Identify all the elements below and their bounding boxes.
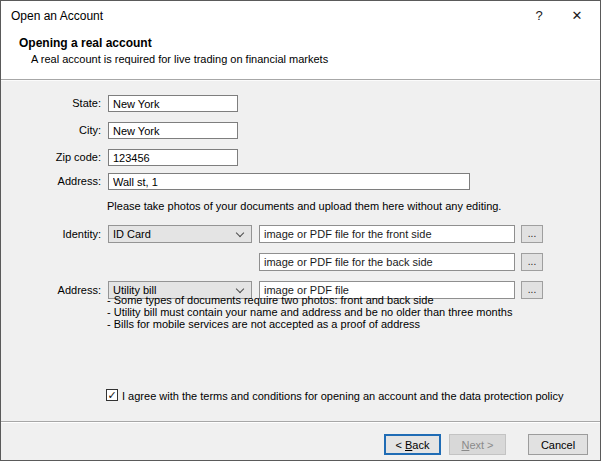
checkbox-check-icon: ✓ — [106, 389, 118, 401]
address-input[interactable] — [108, 173, 470, 190]
agree-checkbox[interactable]: ✓ I agree with the terms and conditions … — [106, 389, 564, 402]
city-input[interactable] — [108, 122, 238, 139]
zip-input[interactable] — [108, 149, 238, 166]
upload-instruction: Please take photos of your documents and… — [107, 200, 501, 212]
chevron-down-icon — [236, 284, 244, 292]
identity-back-file-field[interactable]: image or PDF file for the back side — [259, 253, 515, 271]
address-doc-label: Address: — [1, 284, 101, 296]
zip-label: Zip code: — [1, 151, 101, 163]
open-account-dialog: Open an Account ? ✕ Opening a real accou… — [0, 0, 601, 461]
chevron-down-icon — [236, 228, 244, 236]
city-label: City: — [1, 124, 101, 136]
page-subtitle: A real account is required for live trad… — [31, 53, 328, 65]
page-title: Opening a real account — [19, 36, 152, 50]
identity-label: Identity: — [1, 228, 101, 240]
help-icon[interactable]: ? — [520, 1, 558, 30]
button-bar — [1, 421, 600, 460]
browse-back-button[interactable]: ... — [521, 253, 543, 271]
note-utility-bill: - Utility bill must contain your name an… — [107, 306, 512, 318]
close-icon[interactable]: ✕ — [558, 1, 596, 30]
next-button[interactable]: Next > — [449, 434, 506, 455]
agree-checkbox-label: I agree with the terms and conditions fo… — [122, 389, 564, 402]
note-two-photos: - Some types of documents require two ph… — [107, 294, 434, 306]
browse-address-doc-button[interactable]: ... — [521, 281, 543, 299]
window-title: Open an Account — [1, 9, 520, 23]
back-button[interactable]: < Back — [384, 434, 441, 455]
state-label: State: — [1, 97, 101, 109]
note-mobile-bills: - Bills for mobile services are not acce… — [107, 318, 420, 330]
browse-front-button[interactable]: ... — [521, 225, 543, 243]
title-bar: Open an Account ? ✕ — [1, 1, 600, 30]
identity-front-file-field[interactable]: image or PDF file for the front side — [259, 225, 515, 243]
identity-type-value: ID Card — [113, 228, 237, 240]
wizard-header: Opening a real account A real account is… — [1, 30, 600, 79]
state-input[interactable] — [108, 95, 238, 112]
identity-type-select[interactable]: ID Card — [108, 225, 252, 243]
address-label: Address: — [1, 175, 101, 187]
cancel-button[interactable]: Cancel — [528, 434, 588, 455]
